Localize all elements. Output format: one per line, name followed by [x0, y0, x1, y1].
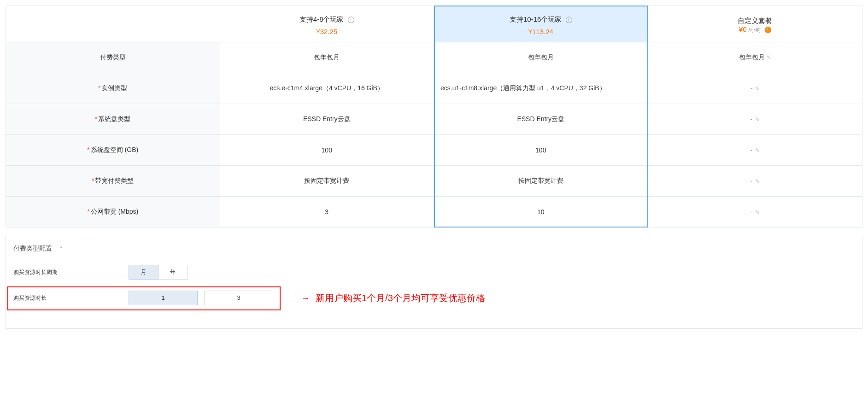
cell: ESSD Entry云盘 [220, 104, 434, 135]
plan-price: ¥32.25 [227, 28, 428, 35]
cell-editable[interactable]: -✎ [648, 135, 862, 166]
cell: 10 [434, 197, 648, 227]
pencil-icon: ✎ [755, 209, 760, 216]
pencil-icon: ✎ [755, 86, 760, 92]
info-icon[interactable]: i [348, 17, 354, 23]
cell: 按固定带宽计费 [220, 166, 434, 197]
duration-option-3[interactable]: 3 [204, 291, 273, 305]
row-label-instance: *实例类型 [6, 73, 220, 104]
duration-options: 1 3 [129, 291, 273, 305]
plan-header-empty [6, 6, 220, 42]
arrow-right-icon: → [301, 293, 310, 303]
row-label-bw: *公网带宽 (Mbps) [6, 197, 220, 227]
pencil-icon: ✎ [767, 54, 771, 61]
billing-config-section: 付费类型配置 ⌃ 购买资源时长周期 月 年 购买资源时长 1 3 → 新用户购买… [6, 236, 862, 329]
cell: 3 [220, 197, 434, 227]
row-label-bwpay: *带宽付费类型 [6, 166, 220, 197]
duration-row: 购买资源时长 1 3 → 新用户购买1个月/3个月均可享受优惠价格 [13, 291, 855, 305]
row-label-disktype: *系统盘类型 [6, 104, 220, 135]
cell-editable[interactable]: -✎ [648, 73, 862, 104]
period-row: 购买资源时长周期 月 年 [13, 265, 855, 280]
pencil-icon: ✎ [755, 117, 760, 123]
plan-price: ¥0 [739, 25, 747, 33]
cell: 100 [434, 135, 648, 166]
cell-editable[interactable]: -✎ [648, 166, 862, 197]
duration-option-1[interactable]: 1 [129, 291, 198, 305]
plan-compare-table-wrap: 支持4-8个玩家 i ¥32.25 支持10-16个玩家 i ¥113.24 自… [6, 6, 862, 228]
cell: ESSD Entry云盘 [434, 104, 648, 135]
plan-title: 支持10-16个玩家 [510, 15, 562, 23]
pencil-icon: ✎ [755, 178, 760, 185]
plan-header-10-16[interactable]: 支持10-16个玩家 i ¥113.24 [434, 6, 648, 42]
cell: 包年包月 [220, 42, 434, 73]
config-section-header[interactable]: 付费类型配置 ⌃ [13, 245, 855, 253]
row-label-paytype: 付费类型 [6, 42, 220, 73]
info-icon[interactable]: i [566, 17, 572, 23]
period-option-month[interactable]: 月 [129, 265, 158, 280]
cell-editable[interactable]: -✎ [648, 197, 862, 227]
annotation: → 新用户购买1个月/3个月均可享受优惠价格 [301, 292, 485, 304]
period-label: 购买资源时长周期 [13, 268, 129, 276]
period-option-year[interactable]: 年 [158, 265, 188, 280]
plan-compare-table: 支持4-8个玩家 i ¥32.25 支持10-16个玩家 i ¥113.24 自… [6, 6, 862, 228]
plan-title: 支持4-8个玩家 [299, 15, 344, 23]
duration-label: 购买资源时长 [13, 294, 129, 302]
pencil-icon: ✎ [755, 147, 760, 154]
cell: 包年包月 [434, 42, 648, 73]
cell: ecs.u1-c1m8.xlarge（通用算力型 u1，4 vCPU，32 Gi… [434, 73, 648, 104]
plan-price: ¥113.24 [440, 28, 641, 35]
plan-header-4-8[interactable]: 支持4-8个玩家 i ¥32.25 [220, 6, 434, 42]
period-toggle: 月 年 [129, 265, 188, 280]
warning-icon[interactable]: ! [765, 27, 771, 33]
cell: ecs.e-c1m4.xlarge（4 vCPU，16 GiB） [220, 73, 434, 104]
chevron-up-icon: ⌃ [59, 245, 63, 252]
plan-price-unit: /小时 [748, 27, 761, 33]
cell-editable[interactable]: 包年包月✎ [648, 42, 862, 73]
row-label-disksize: *系统盘空间 (GB) [6, 135, 220, 166]
plan-title: 自定义套餐 [738, 17, 772, 24]
cell: 100 [220, 135, 434, 166]
cell: 按固定带宽计费 [434, 166, 648, 197]
plan-header-custom[interactable]: 自定义套餐 ¥0 /小时 ! [648, 6, 862, 42]
cell-editable[interactable]: -✎ [648, 104, 862, 135]
